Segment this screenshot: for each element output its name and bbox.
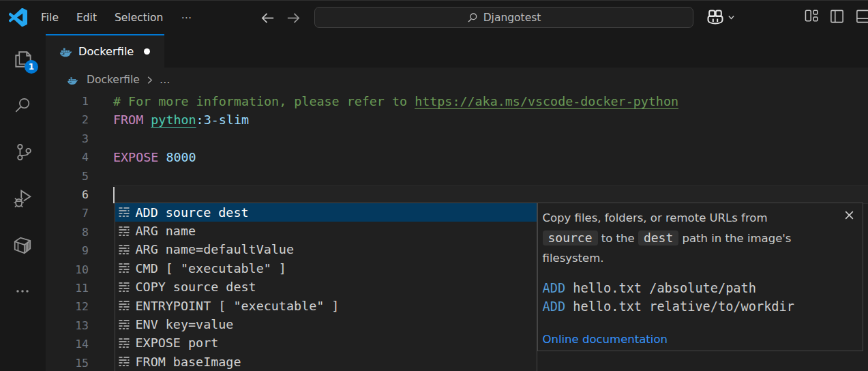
toggle-sidebar-button[interactable] (830, 10, 844, 23)
containers-icon (12, 234, 33, 254)
more-ellipsis-icon (13, 282, 32, 301)
modified-dot-icon[interactable] (144, 48, 150, 55)
editor-line-2: 2FROM python:3-slim (46, 110, 868, 129)
line-number: 12 (46, 297, 89, 316)
suggestion-expose[interactable]: EXPOSE port (115, 333, 537, 352)
suggestion-label: ENV key=value (136, 317, 234, 331)
suggestion-label: CMD [ "executable" ] (136, 261, 286, 276)
line-number: 6 (46, 186, 89, 204)
line-number: 3 (46, 130, 89, 148)
title-bar: FileEditSelection⋯ Djangotest (0, 0, 868, 34)
menu-file[interactable]: File (32, 1, 68, 35)
vscode-window: FileEditSelection⋯ Djangotest (0, 0, 868, 371)
activity-item-explorer-files[interactable]: 1 (6, 42, 39, 75)
editor-line-1: 1# For more information, please refer to… (46, 92, 868, 110)
line-number: 5 (46, 167, 89, 186)
line-number: 9 (46, 241, 89, 260)
breadcrumb-item-symbol[interactable]: … (160, 74, 170, 86)
line-code: FROM python:3-slim (113, 110, 249, 129)
snippet-icon (117, 280, 131, 294)
suggestion-add[interactable]: ADD source dest (115, 203, 537, 222)
suggestion-label: FROM baseImage (136, 355, 241, 369)
suggestion-arg[interactable]: ARG name (115, 222, 537, 240)
snippet-icon (117, 224, 131, 238)
line-number: 13 (46, 316, 89, 335)
toggle-panel-button[interactable] (856, 10, 868, 23)
line-number: 1 (46, 92, 89, 110)
suggestion-description: Copy files, folders, or remote URLs from… (543, 208, 856, 268)
snippet-icon (117, 336, 131, 350)
snippet-icon (117, 355, 131, 368)
line-number: 7 (46, 204, 89, 222)
menu-bar: FileEditSelection⋯ (32, 1, 200, 35)
suggestion-copy[interactable]: COPY source dest (115, 278, 537, 296)
tab-dockerfile[interactable]: Dockerfile (46, 34, 164, 68)
command-center-search[interactable]: Djangotest (314, 7, 693, 28)
customize-layout-button[interactable] (805, 10, 818, 23)
menu-more[interactable]: ⋯ (172, 1, 200, 35)
line-number: 4 (46, 148, 89, 166)
docker-whale-icon (59, 46, 72, 57)
code-editor[interactable]: 1# For more information, please refer to… (46, 92, 868, 371)
tab-bar: Dockerfile (46, 34, 868, 68)
suggestion-from[interactable]: FROM baseImage (115, 353, 537, 371)
search-icon (467, 12, 478, 23)
editor-line-4: 4EXPOSE 8000 (46, 148, 868, 166)
chevron-down-icon (727, 13, 736, 22)
search-icon (14, 96, 32, 115)
suggestion-example-code: ADD hello.txt /absolute/pathADD hello.tx… (543, 279, 856, 316)
breadcrumb: Dockerfile … (46, 68, 868, 92)
online-documentation-link[interactable]: Online documentation (543, 330, 856, 348)
suggestion-label: ARG name (136, 224, 196, 238)
vscode-logo-icon (9, 8, 27, 27)
editor-line-3: 3 (46, 130, 868, 148)
source-control-icon (13, 142, 33, 162)
activity-item-source-control[interactable] (6, 135, 39, 168)
copilot-icon (706, 9, 724, 25)
snippet-icon (117, 318, 131, 331)
menu-edit[interactable]: Edit (68, 1, 106, 35)
line-number: 15 (46, 354, 89, 371)
suggestion-cmd[interactable]: CMD [ "executable" ] (115, 259, 537, 278)
suggestion-env[interactable]: ENV key=value (115, 315, 537, 333)
tab-label: Dockerfile (78, 45, 134, 58)
chevron-right-icon (145, 75, 155, 85)
line-number: 11 (46, 279, 89, 297)
go-forward-button[interactable] (286, 10, 301, 26)
close-icon[interactable] (843, 209, 855, 221)
run-debug-icon (13, 188, 33, 208)
line-code: # For more information, please refer to … (113, 92, 678, 110)
activity-item-more-ellipsis[interactable] (6, 275, 39, 308)
explorer-badge: 1 (25, 60, 38, 74)
suggest-details-panel: Copy files, folders, or remote URLs from… (537, 203, 863, 351)
suggestion-entrypoint[interactable]: ENTRYPOINT [ "executable" ] (115, 296, 537, 314)
activity-bar: 1 (0, 34, 46, 371)
activity-item-run-debug[interactable] (6, 181, 39, 214)
menu-selection[interactable]: Selection (106, 1, 172, 35)
snippet-icon (117, 299, 131, 312)
suggestion-label: ARG name=defaultValue (136, 242, 295, 256)
suggest-widget: ADD source dest ARG name ARG name=defaul… (115, 203, 537, 371)
breadcrumb-item-file[interactable]: Dockerfile (87, 74, 140, 86)
activity-item-containers[interactable] (6, 228, 39, 261)
copilot-menu[interactable] (706, 9, 736, 25)
go-back-button[interactable] (260, 10, 275, 26)
snippet-icon (117, 261, 131, 275)
editor-line-5: 5 (46, 167, 868, 186)
snippet-icon (117, 243, 131, 256)
line-code: EXPOSE 8000 (113, 148, 196, 166)
line-number: 10 (46, 261, 89, 279)
suggestion-label: ENTRYPOINT [ "executable" ] (136, 299, 340, 313)
suggestion-label: ADD source dest (136, 205, 249, 220)
docker-whale-icon (67, 75, 78, 85)
line-number: 2 (46, 110, 89, 129)
line-number: 14 (46, 335, 89, 353)
text-cursor (113, 187, 115, 204)
snippet-icon (117, 205, 131, 219)
line-number: 8 (46, 223, 89, 241)
suggestion-label: COPY source dest (136, 280, 256, 294)
suggestion-label: EXPOSE port (136, 336, 219, 350)
command-center-text: Djangotest (483, 12, 541, 24)
suggestion-arg[interactable]: ARG name=defaultValue (115, 240, 537, 258)
activity-item-search[interactable] (6, 89, 39, 121)
